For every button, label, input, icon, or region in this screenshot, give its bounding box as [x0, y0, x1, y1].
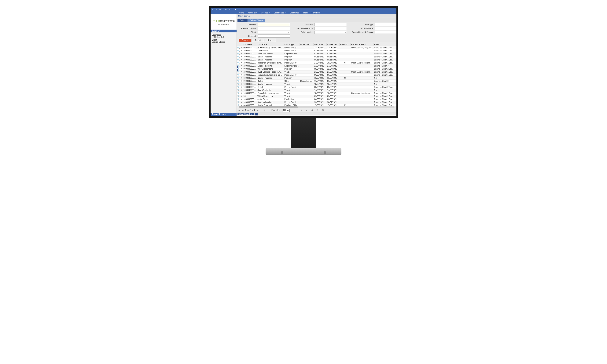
input-claim-no[interactable]	[258, 23, 290, 26]
view-icon[interactable]: 🔍	[237, 83, 239, 85]
menu-item-new-claim[interactable]: New Claim	[246, 11, 259, 14]
table-row[interactable]: 🔍✎100000000036Boaty McBoatfaceMarine Tra…	[237, 101, 396, 104]
table-row[interactable]: 🔍✎100000000050Natalie FranchiniVehicle15…	[237, 83, 396, 86]
input-incident-date-from[interactable]: 🗓	[315, 27, 347, 30]
export-icon[interactable]: 🗐	[322, 109, 324, 111]
menu-item-dashboards[interactable]: Dashboards	[272, 11, 288, 14]
view-icon[interactable]: 🔍	[237, 92, 239, 94]
view-icon[interactable]: 🔍	[237, 47, 239, 49]
col-header[interactable]: Client	[373, 43, 396, 46]
view-icon[interactable]: 🔍	[237, 98, 239, 100]
edit-icon[interactable]: ✎	[241, 83, 242, 85]
view-icon[interactable]: 🔍	[237, 95, 239, 97]
recent-button[interactable]: Recent	[251, 39, 264, 42]
input-incident-date-to[interactable]	[375, 27, 396, 30]
download-icon[interactable]: ⬇	[300, 109, 302, 111]
table-row[interactable]: 🔍✎100000000043Tarquin Farquhar broke his…	[237, 74, 396, 77]
table-row[interactable]: 🔍✎000000000012McBoatface Injury and Cont…	[237, 46, 396, 49]
view-icon[interactable]: 🔍	[237, 104, 239, 106]
edit-icon[interactable]: ✎	[241, 65, 242, 67]
input-claimant[interactable]	[258, 35, 290, 38]
col-header[interactable]: Claim Title	[257, 43, 284, 46]
menu-item-claim-map[interactable]: Claim Map	[288, 11, 301, 14]
edit-icon[interactable]: ✎	[241, 62, 242, 64]
view-icon[interactable]: 🔍	[237, 62, 239, 64]
table-row[interactable]: 🔍✎100000000054Natalie FranchiniProperty0…	[237, 58, 396, 61]
back-icon[interactable]: ←	[211, 8, 214, 11]
view-icon[interactable]: 🔍	[237, 80, 239, 82]
input-claim-handler[interactable]: ▾	[315, 31, 347, 34]
results-table-wrap[interactable]: Claim NoClaim TitleClaim TypeOther Claim…	[237, 43, 396, 106]
edit-icon[interactable]: ✎	[241, 92, 242, 94]
col-header[interactable]: Incident Date	[327, 43, 339, 46]
edit-icon[interactable]: ✎	[241, 47, 242, 49]
table-row[interactable]: 🔍✎28Willow RosenbergVehicle02/03/202102/…	[237, 95, 396, 98]
tab-claims[interactable]: Claims	[238, 19, 248, 22]
edit-icon[interactable]: ✎	[241, 53, 242, 55]
col-header[interactable]: Claim No	[243, 43, 257, 46]
print-icon[interactable]: ⎙	[224, 8, 227, 11]
pager-next-icon[interactable]: ▶	[257, 109, 258, 111]
table-row[interactable]: 🔍✎000000000017Willow RosenbergProperty05…	[237, 67, 396, 71]
edit-icon[interactable]: ✎	[241, 77, 242, 79]
cancel-icon[interactable]: ✖	[311, 109, 313, 111]
sidebar-summary-header[interactable]: Summary▴	[211, 30, 237, 32]
menu-item-tasks[interactable]: Tasks	[301, 11, 310, 14]
pencil-icon[interactable]: ✎	[288, 31, 289, 33]
chevron-down-icon[interactable]: ▾	[345, 31, 346, 33]
check-icon[interactable]: ✔	[306, 109, 307, 111]
edit-icon[interactable]: ✎	[241, 68, 242, 70]
view-icon[interactable]: 🔍	[237, 56, 239, 58]
calendar-icon[interactable]: 🗓	[344, 27, 346, 29]
menu-item-home[interactable]: Home	[237, 11, 246, 14]
pager-refresh-icon[interactable]: ⟳	[264, 109, 266, 111]
col-header[interactable]: Other Claim Type	[300, 43, 314, 46]
edit-icon[interactable]: ✎	[241, 71, 242, 73]
view-icon[interactable]: 🔍	[237, 101, 239, 103]
menu-item-modules[interactable]: Modules	[259, 11, 272, 14]
view-icon[interactable]: 🔍	[237, 77, 239, 79]
add-tab-icon[interactable]: +	[255, 113, 258, 116]
table-row[interactable]: 🔍✎100000000047Natalie FranchiniProperty1…	[237, 77, 396, 80]
edit-icon[interactable]: ✎	[241, 74, 242, 76]
table-row[interactable]: 🔍✎100000000056Boaty McBoatfaceEmployers'…	[237, 52, 396, 55]
print-icon[interactable]: ⎙	[317, 109, 318, 111]
table-row[interactable]: 🔍✎100000000045Example for presentationVe…	[237, 92, 396, 95]
table-row[interactable]: 🔍✎100000000002Kelsey PoisoningEmployers'…	[237, 65, 396, 67]
table-row[interactable]: 🔍✎100000000042Justin GreenPublic Liabili…	[237, 98, 396, 101]
input-ext-ref[interactable]	[375, 31, 396, 34]
calendar-icon[interactable]: 🗓	[288, 27, 289, 29]
close-icon[interactable]: ✕	[251, 113, 253, 115]
edit-icon[interactable]: ✎	[241, 50, 242, 52]
sidebar-recent-header[interactable]: Recent Records▴	[211, 113, 237, 116]
edit-icon[interactable]: ✎	[241, 86, 242, 88]
tab-deleted-claims[interactable]: Deleted Claims	[248, 19, 265, 22]
edit-icon[interactable]: ✎	[241, 101, 242, 103]
table-row[interactable]: 🔍✎100000000044MattelMarine Transit09/09/…	[237, 86, 396, 89]
bottom-tab-claimsearch[interactable]: Claim Search✕	[238, 113, 254, 115]
col-header[interactable]: Current Position	[351, 43, 373, 46]
edit-icon[interactable]: ✎	[241, 98, 242, 100]
view-icon[interactable]: 🔍	[237, 53, 239, 55]
table-row[interactable]: 🔍✎000000000008Natalie FranchiniEmployers…	[237, 104, 396, 106]
view-icon[interactable]: 🔍	[237, 50, 239, 52]
edit-icon[interactable]: ✎	[241, 104, 242, 106]
view-icon[interactable]: 🔍	[237, 74, 239, 76]
pager-first-icon[interactable]: |◀	[238, 109, 240, 111]
col-header[interactable]: Reported Date	[314, 43, 327, 46]
col-header[interactable]	[237, 43, 243, 46]
input-claim-title[interactable]	[315, 23, 347, 26]
table-row[interactable]: 🔍✎100000000049Sam WinchesterVehicle14/09…	[237, 89, 396, 92]
table-row[interactable]: 🔍✎100000000055Natalie FranchiniProperty0…	[237, 55, 396, 58]
input-claim-type[interactable]: ▾	[375, 23, 396, 26]
edit-icon[interactable]: ✎	[241, 89, 242, 91]
horizontal-scrollbar[interactable]	[237, 106, 396, 108]
input-reported-date-to[interactable]: 🗓	[258, 27, 290, 30]
edit-icon[interactable]: ✎	[241, 59, 242, 61]
edit-icon[interactable]: ✎	[241, 80, 242, 82]
view-icon[interactable]: 🔍	[237, 89, 239, 91]
edit-icon[interactable]: ✎	[241, 95, 242, 97]
view-icon[interactable]: 🔍	[237, 86, 239, 88]
pager-prev-icon[interactable]: ◀	[242, 109, 243, 111]
logout-icon[interactable]: ➦	[234, 8, 237, 11]
